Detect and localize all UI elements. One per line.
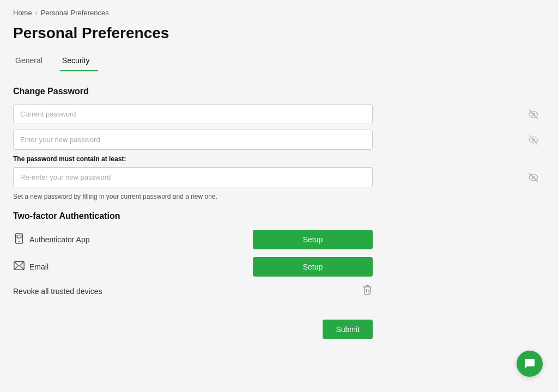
new-password-input[interactable] xyxy=(13,130,373,150)
authenticator-label: Authenticator App xyxy=(13,232,90,247)
new-password-group xyxy=(13,130,545,150)
tabs-container: General Security xyxy=(13,52,545,71)
page-title: Personal Preferences xyxy=(13,24,545,42)
email-icon xyxy=(13,260,25,274)
toggle-reenter-password-icon[interactable] xyxy=(529,173,538,182)
tab-security[interactable]: Security xyxy=(60,52,99,71)
change-password-title: Change Password xyxy=(13,87,545,96)
password-helper-text: Set a new password by filling in your cu… xyxy=(13,193,545,200)
svg-line-10 xyxy=(14,266,17,269)
email-method-label: Email xyxy=(29,262,48,271)
revoke-label: Revoke all trusted devices xyxy=(13,287,102,296)
two-factor-section: Two-factor Authentication Authenticator … xyxy=(13,211,545,298)
current-password-group xyxy=(13,104,545,124)
breadcrumb-current: Personal Preferences xyxy=(41,9,109,17)
svg-rect-8 xyxy=(17,235,21,238)
authenticator-icon xyxy=(13,232,25,247)
current-password-input[interactable] xyxy=(13,104,373,124)
svg-line-11 xyxy=(21,266,24,269)
two-factor-title: Two-factor Authentication xyxy=(13,211,545,221)
toggle-new-password-icon[interactable] xyxy=(529,135,538,145)
breadcrumb-separator: › xyxy=(35,9,38,17)
authenticator-row: Authenticator App Setup xyxy=(13,230,373,249)
submit-button[interactable]: Submit xyxy=(323,320,373,339)
email-setup-button[interactable]: Setup xyxy=(253,257,373,277)
reenter-password-input[interactable] xyxy=(13,167,373,187)
page-wrapper: Home › Personal Preferences Personal Pre… xyxy=(0,0,558,392)
email-row: Email Setup xyxy=(13,257,373,277)
change-password-section: Change Password The password xyxy=(13,87,545,200)
revoke-trash-icon[interactable] xyxy=(362,284,373,298)
submit-row: Submit xyxy=(13,320,373,339)
toggle-current-password-icon[interactable] xyxy=(529,109,538,119)
breadcrumb-home[interactable]: Home xyxy=(13,9,32,17)
reenter-password-group xyxy=(13,167,545,187)
chat-fab-button[interactable] xyxy=(517,351,543,377)
revoke-row: Revoke all trusted devices xyxy=(13,284,373,298)
authenticator-setup-button[interactable]: Setup xyxy=(253,230,373,249)
breadcrumb: Home › Personal Preferences xyxy=(13,9,545,17)
authenticator-app-label: Authenticator App xyxy=(29,235,90,244)
tab-general[interactable]: General xyxy=(13,52,51,71)
email-label: Email xyxy=(13,260,48,274)
password-hint: The password must contain at least: xyxy=(13,155,545,163)
